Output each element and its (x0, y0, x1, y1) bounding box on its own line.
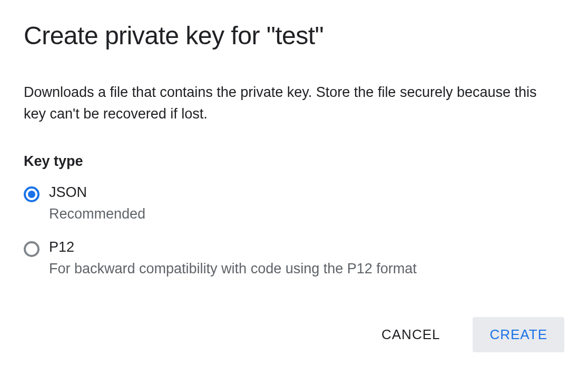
cancel-button[interactable]: CANCEL (365, 317, 457, 352)
radio-content-json: JSON Recommended (49, 184, 145, 222)
radio-description-p12: For backward compatibility with code usi… (49, 261, 417, 277)
radio-button-p12[interactable] (24, 241, 40, 257)
radio-description-json: Recommended (49, 206, 145, 222)
radio-button-json[interactable] (24, 186, 40, 202)
create-button[interactable]: CREATE (473, 317, 564, 352)
dialog-description: Downloads a file that contains the priva… (24, 82, 551, 124)
dialog-actions: CANCEL CREATE (24, 317, 564, 352)
radio-option-p12[interactable]: P12 For backward compatibility with code… (24, 239, 564, 277)
key-type-label: Key type (24, 153, 564, 170)
create-private-key-dialog: Create private key for "test" Downloads … (0, 0, 588, 376)
radio-label-p12: P12 (49, 239, 417, 255)
dialog-title: Create private key for "test" (24, 21, 564, 50)
key-type-radio-group: JSON Recommended P12 For backward compat… (24, 184, 564, 277)
radio-content-p12: P12 For backward compatibility with code… (49, 239, 417, 277)
radio-option-json[interactable]: JSON Recommended (24, 184, 564, 222)
radio-label-json: JSON (49, 184, 145, 201)
